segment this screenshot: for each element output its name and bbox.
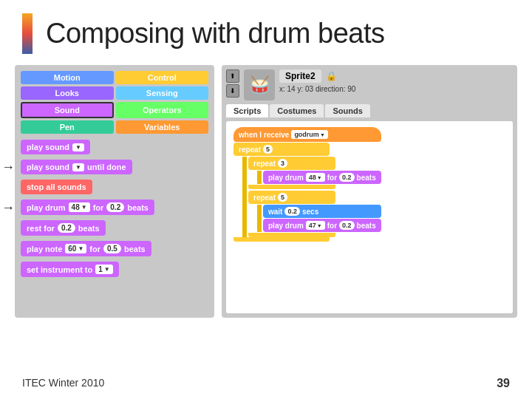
play-sound-done-block[interactable]: → play sound until done [21, 160, 132, 174]
play-sound-done-block-row: → play sound until done [21, 160, 208, 174]
script-drum2-val1[interactable]: 47 [306, 221, 325, 230]
stop-sounds-block[interactable]: stop all sounds [21, 180, 92, 194]
repeat5-inner-label: repeat [253, 194, 276, 202]
right-panel: ⬆ ⬇ 🥁 Sprite2 🔒 x: 14 y: 03 direction: 9… [222, 65, 517, 318]
arrow2-indicator: → [1, 200, 15, 215]
wait-val[interactable]: 0.2 [284, 207, 300, 216]
script-drum2-label: play drum [268, 222, 304, 230]
receive-val[interactable]: godrum [291, 130, 327, 139]
repeat3-block[interactable]: repeat 3 [248, 157, 335, 170]
play-drum-block-row: → play drum 48 for 0.2 beats [21, 200, 208, 215]
repeat3-body: play drum 48 for 0.2 beats [257, 171, 381, 184]
script-area: when I receive godrum repeat 5 repeat [226, 121, 513, 313]
rest-beats-val[interactable]: 0.2 [58, 223, 75, 233]
script-drum1-val2[interactable]: 0.2 [339, 173, 355, 182]
until-done-label: until done [87, 163, 126, 171]
wait-block[interactable]: wait 0.2 secs [263, 205, 381, 218]
play-drum-beats-label: beats [127, 203, 149, 212]
repeat3-val[interactable]: 3 [278, 159, 287, 168]
when-receive-block[interactable]: when I receive godrum [233, 127, 381, 142]
stop-sounds-label: stop all sounds [27, 183, 86, 191]
cat-variables[interactable]: Variables [116, 120, 209, 134]
cat-control[interactable]: Control [116, 71, 209, 84]
repeat3-label: repeat [253, 160, 276, 168]
rest-for-block-row: rest for 0.2 beats [21, 220, 208, 236]
cat-sound[interactable]: Sound [21, 102, 114, 118]
when-receive-label: when I receive [239, 131, 289, 139]
play-drum-beats-val[interactable]: 0.2 [106, 202, 124, 212]
script-drum1-block[interactable]: play drum 48 for 0.2 beats [263, 171, 381, 184]
footer-page: 39 [497, 377, 510, 390]
repeat5-outer-bottom [233, 237, 330, 242]
categories: Motion Control Looks Sensing Sound Opera… [21, 71, 208, 134]
tabs-row: Scripts Costumes Sounds [226, 104, 513, 117]
repeat5-inner-block[interactable]: repeat 5 [248, 191, 335, 204]
play-note-dropdown[interactable]: 60 [65, 244, 86, 253]
script-drum1-val1[interactable]: 48 [306, 173, 325, 182]
stage-ctrl-top[interactable]: ⬆ [226, 69, 239, 83]
cat-motion[interactable]: Motion [21, 71, 114, 84]
arrow1-indicator: → [1, 160, 15, 175]
play-note-for: for [89, 245, 100, 253]
set-instrument-label: set instrument to [27, 265, 92, 274]
stage-controls: ⬆ ⬇ [226, 69, 239, 98]
cat-sensing[interactable]: Sensing [116, 86, 209, 100]
play-sound-block[interactable]: play sound [21, 140, 90, 154]
set-instrument-block-row: set instrument to 1 [21, 262, 208, 277]
set-instrument-dropdown[interactable]: 1 [95, 265, 112, 274]
sprite-info: Sprite2 🔒 x: 14 y: 03 direction: 90 [279, 69, 513, 93]
play-sound-block-row: play sound [21, 140, 208, 154]
repeat5-outer: repeat 5 repeat 3 [233, 143, 381, 242]
play-drum-for: for [93, 203, 104, 212]
footer-course: ITEC Winter 2010 [22, 377, 104, 390]
left-panel: Motion Control Looks Sensing Sound Opera… [15, 65, 214, 318]
header-accent [22, 13, 33, 54]
play-note-beats-val[interactable]: 0.5 [103, 244, 121, 253]
play-sound-done-label: play sound [27, 163, 69, 171]
cat-looks[interactable]: Looks [21, 86, 114, 100]
wait-secs: secs [302, 208, 318, 216]
sprite-name-row: Sprite2 🔒 [279, 69, 513, 83]
rest-for-block[interactable]: rest for 0.2 beats [21, 220, 106, 236]
play-note-block-row: play note 60 for 0.5 beats [21, 241, 208, 256]
repeat5-inner-outer: repeat 5 wait 0.2 secs [248, 191, 381, 237]
repeat5-block[interactable]: repeat 5 [233, 143, 330, 156]
block-area: play sound → play sound until done stop … [21, 140, 208, 279]
play-note-beats-label: beats [124, 245, 146, 253]
page-title: Composing with drum beats [46, 18, 385, 50]
play-note-block[interactable]: play note 60 for 0.5 beats [21, 241, 151, 256]
tab-scripts[interactable]: Scripts [226, 104, 268, 117]
script-stack: when I receive godrum repeat 5 repeat [233, 127, 381, 242]
tab-costumes[interactable]: Costumes [270, 104, 324, 117]
repeat5-inner-val[interactable]: 5 [278, 193, 287, 202]
header: Composing with drum beats [0, 0, 532, 61]
rest-beats-label: beats [78, 224, 100, 233]
script-drum2-val2[interactable]: 0.2 [339, 221, 355, 230]
script-drum2-block[interactable]: play drum 47 for 0.2 beats [263, 219, 381, 232]
main-content: Motion Control Looks Sensing Sound Opera… [0, 65, 532, 318]
stage-top: ⬆ ⬇ 🥁 Sprite2 🔒 x: 14 y: 03 direction: 9… [226, 69, 513, 100]
cat-pen[interactable]: Pen [21, 120, 114, 134]
play-drum-num-dropdown[interactable]: 48 [69, 202, 90, 212]
play-sound-done-dropdown[interactable] [72, 163, 84, 171]
script-drum1-label: play drum [268, 174, 304, 182]
cat-operators[interactable]: Operators [116, 102, 209, 118]
sprite-coords: x: 14 y: 03 direction: 90 [279, 85, 513, 93]
script-drum2-beats: beats [357, 222, 376, 230]
repeat5-val[interactable]: 5 [263, 145, 273, 154]
script-drum1-for: for [327, 174, 337, 182]
play-sound-label: play sound [27, 143, 69, 151]
repeat3-outer: repeat 3 play drum 48 for 0.2 [248, 157, 381, 189]
play-sound-dropdown[interactable] [72, 143, 84, 151]
repeat3-bottom [248, 185, 335, 189]
play-note-label: play note [27, 245, 62, 253]
repeat5-inner-body: wait 0.2 secs play drum 47 for 0.2 [257, 205, 381, 232]
lock-icon: 🔒 [326, 71, 337, 81]
tab-sounds[interactable]: Sounds [325, 104, 369, 117]
set-instrument-block[interactable]: set instrument to 1 [21, 262, 119, 277]
repeat5-body: repeat 3 play drum 48 for 0.2 [242, 157, 381, 237]
stage-ctrl-bottom[interactable]: ⬇ [226, 84, 239, 98]
play-drum-label: play drum [27, 203, 66, 212]
rest-for-label: rest for [27, 224, 55, 233]
play-drum-block[interactable]: → play drum 48 for 0.2 beats [21, 200, 154, 215]
